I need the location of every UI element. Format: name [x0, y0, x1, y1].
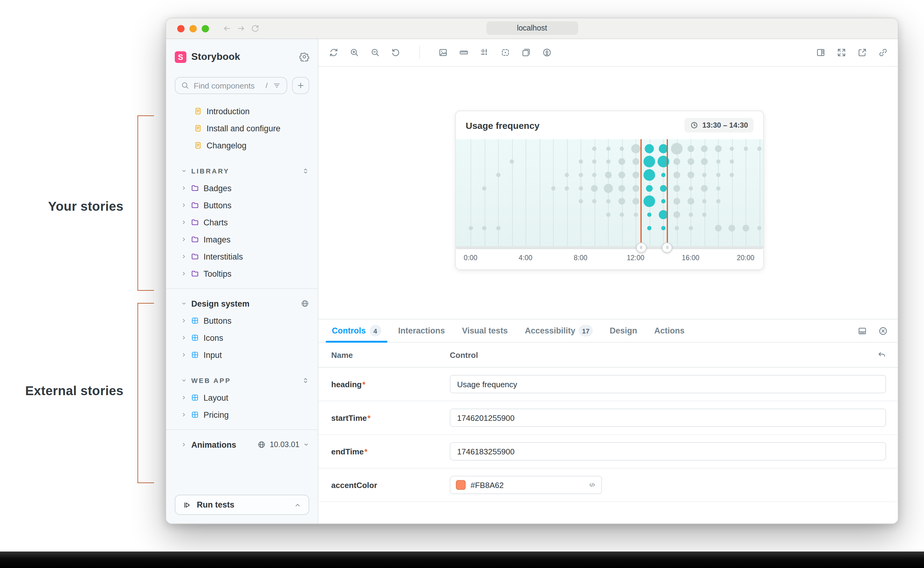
toolbar-outline-icon[interactable]: [521, 48, 531, 57]
tab-interactions[interactable]: Interactions: [390, 319, 454, 342]
reset-controls-icon[interactable]: [877, 350, 887, 360]
chart-bubble: [469, 226, 473, 230]
color-swatch[interactable]: [456, 480, 466, 490]
section-library-label: LIBRARY: [191, 167, 230, 175]
toolbar-measure-icon[interactable]: [501, 48, 510, 57]
sidebar-item-charts[interactable]: Charts: [166, 214, 318, 231]
zoom-window-button[interactable]: [202, 25, 209, 32]
tab-label: Controls: [332, 326, 366, 335]
sidebar-item-images[interactable]: Images: [166, 231, 318, 248]
toolbar-divider: [419, 46, 420, 59]
text-input-endtime[interactable]: 1746183255900: [450, 442, 886, 461]
chart-bubble: [619, 198, 625, 205]
sidebar-item-changelog[interactable]: Changelog: [166, 137, 318, 154]
bottom-dark-strip: [0, 551, 924, 568]
close-window-button[interactable]: [177, 25, 184, 32]
section-web-app-label: WEB APP: [191, 377, 231, 384]
toolbar-zoom-out-icon[interactable]: [371, 48, 380, 57]
chart-bubble: [688, 213, 693, 217]
sidebar-item-badges[interactable]: Badges: [166, 180, 318, 197]
url-bar[interactable]: localhost: [486, 21, 578, 35]
section-web-app[interactable]: WEB APP: [166, 372, 318, 389]
toolbar-zoom-in-icon[interactable]: [349, 48, 359, 57]
chart-bubble: [606, 213, 610, 217]
run-tests-icon: [183, 500, 191, 509]
search-input[interactable]: Find components /: [175, 77, 287, 94]
toolbar-accessibility-icon[interactable]: [542, 48, 552, 57]
control-cell: Usage frequency: [450, 375, 898, 393]
toolbar-ruler-icon[interactable]: [459, 48, 469, 57]
tab-accessibility[interactable]: Accessibility17: [516, 319, 601, 342]
sidebar-item-animations[interactable]: Animations 10.03.01: [166, 436, 318, 453]
tab-design[interactable]: Design: [601, 319, 646, 342]
sidebar-item-install-and-configure[interactable]: Install and configure: [166, 120, 318, 137]
sidebar-item-pricing[interactable]: Pricing: [166, 406, 318, 423]
collapse-expand-icon[interactable]: [302, 167, 309, 175]
filter-icon[interactable]: [272, 81, 281, 90]
sidebar-tree: IntroductionInstall and configureChangel…: [166, 103, 318, 486]
run-tests-button[interactable]: Run tests: [175, 495, 309, 515]
toolbar-open-new-tab-icon[interactable]: [857, 48, 867, 57]
sidebar-item-buttons[interactable]: Buttons: [166, 312, 318, 329]
toolbar-remount-icon[interactable]: [329, 48, 339, 57]
folder-icon: [191, 201, 199, 210]
toolbar-background-icon[interactable]: [438, 48, 448, 57]
collapse-expand-icon[interactable]: [302, 377, 309, 384]
chart-bubble: [673, 185, 680, 192]
minimize-window-button[interactable]: [189, 25, 197, 32]
section-library[interactable]: LIBRARY: [166, 162, 318, 180]
range-start-handle[interactable]: [636, 242, 646, 252]
component-label: Pricing: [204, 410, 229, 419]
control-name: accentColor: [318, 480, 450, 489]
toolbar-zoom-reset-icon[interactable]: [391, 48, 401, 57]
sidebar-item-introduction[interactable]: Introduction: [166, 103, 318, 120]
text-input-starttime[interactable]: 1746201255900: [450, 409, 886, 427]
sidebar-item-design-system[interactable]: Design system: [166, 295, 318, 312]
chart-bubble: [619, 185, 625, 192]
chevron-down-icon: [181, 168, 187, 174]
required-marker: *: [362, 379, 366, 389]
color-control-accentcolor[interactable]: #FB8A62: [450, 476, 602, 494]
slider-track[interactable]: [456, 246, 763, 249]
chart-bubble: [578, 159, 583, 164]
chevron-right-icon: [181, 236, 187, 242]
sidebar-item-layout[interactable]: Layout: [166, 389, 318, 406]
toolbar-grid-icon[interactable]: [480, 48, 490, 57]
create-story-button[interactable]: [292, 77, 309, 94]
folder-icon: [191, 252, 199, 261]
control-name: endTime*: [318, 447, 450, 456]
panel-close-circle-icon[interactable]: [878, 326, 888, 335]
sidebar-item-icons[interactable]: Icons: [166, 329, 318, 346]
tab-label: Accessibility: [525, 326, 575, 335]
chevron-right-icon: [181, 270, 187, 276]
chart-bubble: [644, 156, 655, 167]
text-input-heading[interactable]: Usage frequency: [450, 375, 886, 393]
chart-bubble: [757, 146, 761, 151]
toolbar-fullscreen-icon[interactable]: [836, 48, 846, 57]
toolbar-copy-link-icon[interactable]: [878, 48, 888, 57]
gear-icon[interactable]: [299, 52, 309, 62]
back-icon[interactable]: [222, 24, 231, 33]
titlebar: localhost: [166, 18, 898, 39]
tab-controls[interactable]: Controls4: [323, 319, 390, 342]
sidebar-item-buttons[interactable]: Buttons: [166, 197, 318, 214]
tab-visual-tests[interactable]: Visual tests: [454, 319, 516, 342]
required-marker: *: [367, 413, 371, 422]
reload-icon[interactable]: [251, 24, 260, 33]
bracket-external-stories: [138, 303, 154, 483]
forward-icon[interactable]: [236, 24, 246, 33]
chart-gridline: [498, 139, 499, 247]
sidebar-item-input[interactable]: Input: [166, 346, 318, 363]
folder-label: Tooltips: [204, 269, 231, 278]
toolbar-panel-toggle-icon[interactable]: [816, 48, 826, 57]
panel-dock-bottom-icon[interactable]: [857, 326, 867, 335]
chevron-down-icon: [181, 378, 187, 384]
chevron-down-icon[interactable]: [303, 441, 309, 448]
chart-bubble: [578, 186, 583, 190]
chevron-up-icon[interactable]: [294, 501, 301, 508]
sidebar-item-interstitials[interactable]: Interstitials: [166, 248, 318, 265]
chart-bubble: [620, 213, 624, 217]
sidebar-item-tooltips[interactable]: Tooltips: [166, 265, 318, 282]
code-icon[interactable]: [588, 481, 596, 489]
tab-actions[interactable]: Actions: [646, 319, 693, 342]
